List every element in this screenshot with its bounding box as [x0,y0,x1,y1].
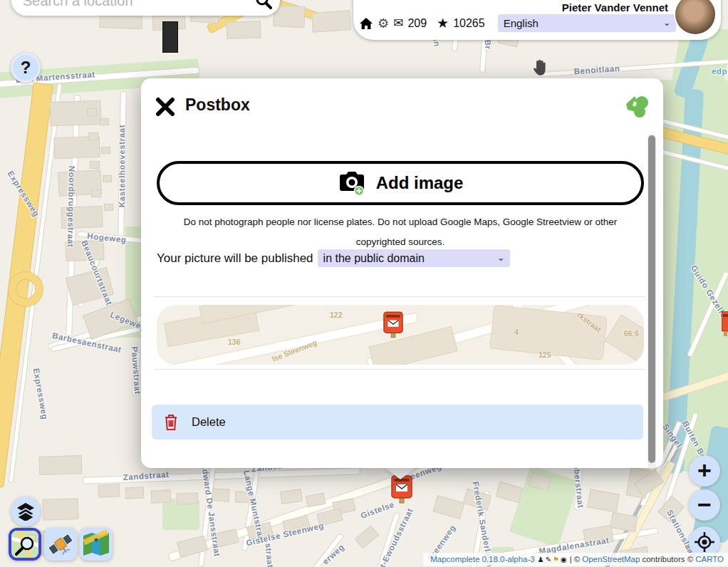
map-building [42,498,78,521]
map-building [103,175,112,182]
contributors-text: contributors © [642,555,693,563]
street-label: Gistelse [360,500,396,520]
hand-cursor-icon [531,58,548,77]
minimap-label: 66;6 [624,329,639,338]
minimap-label: 4 [514,328,519,336]
copyright-symbol: © [574,555,580,563]
postbox-marker-partial[interactable] [722,311,728,337]
statistics-icon: ◉ [561,556,567,563]
osm-carto-icon [11,531,40,559]
mapcomplete-theme-logo-icon [624,94,650,120]
attribution-bar: Mapcomplete 0.18.0-alpha-3 ♟✎⚑◉ | © Open… [423,553,728,566]
user-panel: Pieter Vander Vennet ⚙ ✉ 209 ★ 10265 Eng… [353,0,721,40]
zoom-in-button[interactable]: + [689,455,720,487]
avatar[interactable] [675,0,715,34]
flag-icon: ⚑ [553,556,559,563]
plus-icon: + [697,458,712,482]
street-label: Noordbruggestraat [66,166,76,248]
popup-tail [383,467,417,479]
star-icon: ★ [437,15,449,31]
license-select[interactable]: in the public domain [318,249,510,267]
map-building [496,482,524,504]
popup-scrollbar[interactable] [648,134,656,469]
messages-count[interactable]: 209 [407,17,427,30]
basemap-style-satellite-button[interactable] [44,528,77,561]
location-minimap[interactable]: 122136lse Steenweg1254rkstraat66;6 [157,305,644,365]
map-building [212,488,230,501]
map-building [227,21,261,39]
map-building [87,108,97,116]
divider [154,296,645,297]
divider [154,369,645,370]
question-mark-icon: ? [21,58,31,78]
attribution-separator: | [570,555,572,563]
street-label: Expressweg [32,368,50,420]
gear-icon[interactable]: ⚙ [378,16,389,31]
postbox-popup: Postbox Add image Do not photograph peop… [141,78,663,468]
map-building [91,189,101,197]
image-disclaimer: Do not photograph people nor license pla… [162,212,638,252]
home-icon[interactable] [359,16,373,31]
map-building [162,21,178,53]
folded-map-icon [82,530,110,558]
add-image-label: Add image [376,173,464,193]
map-building [101,147,110,154]
map-building [104,204,114,212]
postbox-map-icon [383,311,403,339]
minus-icon: − [697,492,712,516]
map-building [280,489,303,504]
delete-label: Delete [192,415,226,429]
map-building [311,10,351,33]
map-roundabout [9,272,43,306]
map-building [150,489,171,504]
mapcomplete-app: Dirk MartensstraatNoordbruggestraatKaste… [0,0,728,567]
layers-button[interactable] [11,496,41,526]
map-building [177,492,199,504]
close-icon[interactable] [155,97,175,117]
map-building [125,487,145,499]
map-building [88,132,98,140]
user-name: Pieter Vander Vennet [562,1,668,14]
mapcomplete-version-link[interactable]: Mapcomplete 0.18.0-alpha-3 [430,555,534,563]
map-building [39,455,83,475]
layers-icon [16,502,35,521]
popup-title: Postbox [185,95,250,115]
camera-plus-icon [338,170,366,196]
language-select[interactable]: English [498,14,676,32]
help-button[interactable]: ? [11,53,41,83]
carto-link[interactable]: CARTO [695,555,724,563]
crosshair-icon [694,531,715,553]
mail-icon[interactable]: ✉ [393,16,403,31]
street-label: edp [712,67,727,76]
map-building [432,495,464,519]
zoom-out-button[interactable]: − [689,489,720,521]
minimap-label: 125 [539,350,551,359]
changesets-count[interactable]: 10265 [453,17,485,30]
map-building [98,484,120,498]
trash-icon [163,413,179,432]
street-label: straat [264,543,275,567]
map-building [587,489,620,513]
basemap-style-osm-button[interactable] [9,528,41,561]
license-prefix: Your picture will be published [157,251,313,266]
search-bar [11,0,280,16]
community-icon: ♟ [538,556,544,563]
postbox-marker[interactable] [391,475,412,504]
map-building [100,118,110,126]
map-building [355,525,380,548]
street-label: Benoitlaan [573,64,620,76]
popup-scrollbar-thumb[interactable] [648,135,655,463]
minimap-label: 136 [228,338,241,346]
satellite-icon [46,530,75,558]
minimap-label: 122 [330,311,343,319]
osm-link[interactable]: OpenStreetMap [582,555,640,563]
search-input[interactable] [23,0,254,16]
add-image-button[interactable]: Add image [157,161,644,205]
delete-button[interactable]: Delete [152,405,643,439]
attribution-icons: ♟✎⚑◉ [537,555,568,563]
basemap-style-map-button[interactable] [80,528,113,561]
street-label: Kasteelhoevestraat [118,125,126,207]
map-building [90,161,100,170]
pencil-icon: ✎ [546,556,551,563]
search-icon[interactable] [254,0,273,10]
